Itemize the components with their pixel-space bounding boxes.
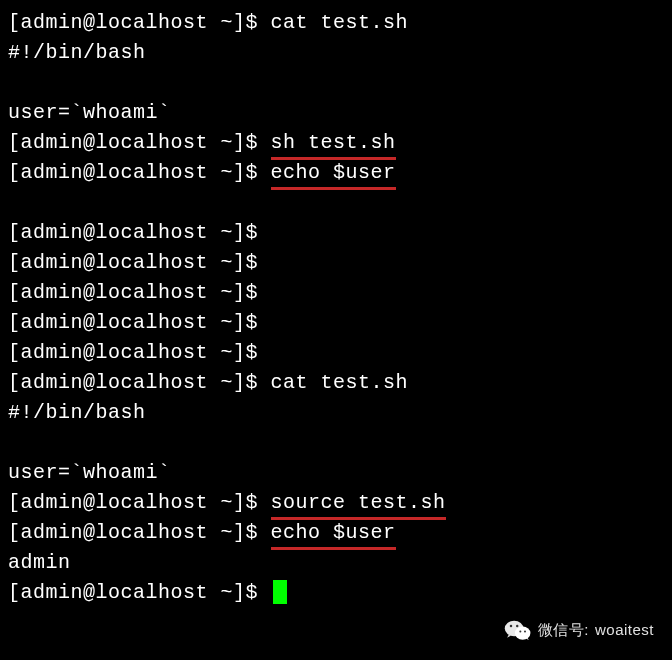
shell-prompt: [admin@localhost ~]$ — [8, 221, 271, 244]
terminal-line: [admin@localhost ~]$ cat test.sh — [8, 368, 664, 398]
terminal-line: user=`whoami` — [8, 458, 664, 488]
terminal-line: [admin@localhost ~]$ — [8, 248, 664, 278]
shell-prompt: [admin@localhost ~]$ — [8, 341, 271, 364]
terminal-line — [8, 428, 664, 458]
svg-point-4 — [519, 631, 521, 633]
terminal-line: #!/bin/bash — [8, 38, 664, 68]
shell-prompt: [admin@localhost ~]$ — [8, 161, 271, 184]
command-text: source test.sh — [271, 488, 446, 518]
terminal-line: [admin@localhost ~]$ — [8, 578, 664, 608]
output-text: admin — [8, 551, 71, 574]
shell-prompt: [admin@localhost ~]$ — [8, 521, 271, 544]
terminal-line: #!/bin/bash — [8, 398, 664, 428]
watermark: 微信号:woaitest — [504, 618, 654, 642]
svg-point-5 — [524, 631, 526, 633]
shell-prompt: [admin@localhost ~]$ — [8, 311, 271, 334]
cursor[interactable] — [273, 580, 287, 604]
shell-prompt: [admin@localhost ~]$ — [8, 251, 271, 274]
svg-point-2 — [510, 625, 512, 627]
terminal-line: [admin@localhost ~]$ — [8, 218, 664, 248]
output-text: user=`whoami` — [8, 101, 171, 124]
terminal-output: [admin@localhost ~]$ cat test.sh#!/bin/b… — [8, 8, 664, 608]
terminal-line: [admin@localhost ~]$ — [8, 278, 664, 308]
terminal-line: [admin@localhost ~]$ echo $user — [8, 158, 664, 188]
watermark-label: 微信号: — [538, 619, 589, 642]
terminal-line: [admin@localhost ~]$ — [8, 338, 664, 368]
command-text: cat test.sh — [271, 11, 409, 34]
output-text: #!/bin/bash — [8, 401, 146, 424]
svg-point-1 — [515, 627, 531, 640]
shell-prompt: [admin@localhost ~]$ — [8, 491, 271, 514]
terminal-line: [admin@localhost ~]$ sh test.sh — [8, 128, 664, 158]
terminal-line — [8, 188, 664, 218]
shell-prompt: [admin@localhost ~]$ — [8, 371, 271, 394]
shell-prompt: [admin@localhost ~]$ — [8, 581, 271, 604]
terminal-line — [8, 68, 664, 98]
shell-prompt: [admin@localhost ~]$ — [8, 131, 271, 154]
watermark-id: woaitest — [595, 619, 654, 642]
terminal-line: [admin@localhost ~]$ — [8, 308, 664, 338]
wechat-icon — [504, 618, 532, 642]
terminal-line: [admin@localhost ~]$ cat test.sh — [8, 8, 664, 38]
terminal-line: admin — [8, 548, 664, 578]
shell-prompt: [admin@localhost ~]$ — [8, 281, 271, 304]
svg-point-3 — [516, 625, 518, 627]
terminal-line: user=`whoami` — [8, 98, 664, 128]
command-text: cat test.sh — [271, 371, 409, 394]
command-text: echo $user — [271, 518, 396, 548]
output-text: user=`whoami` — [8, 461, 171, 484]
command-text: sh test.sh — [271, 128, 396, 158]
output-text: #!/bin/bash — [8, 41, 146, 64]
terminal-line: [admin@localhost ~]$ source test.sh — [8, 488, 664, 518]
shell-prompt: [admin@localhost ~]$ — [8, 11, 271, 34]
command-text: echo $user — [271, 158, 396, 188]
terminal-line: [admin@localhost ~]$ echo $user — [8, 518, 664, 548]
